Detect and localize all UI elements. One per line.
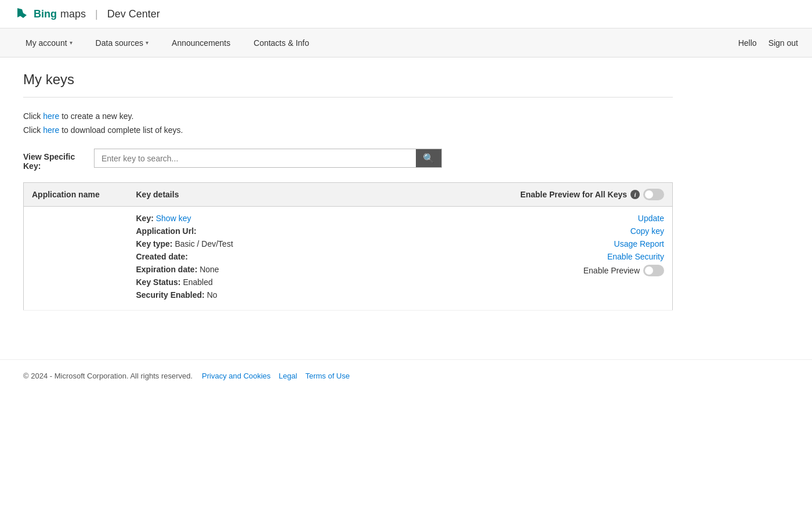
- key-details-cell: Key: Show key Application Url: Key type:…: [128, 207, 513, 311]
- footer-links: Privacy and Cookies Legal Terms of Use: [202, 372, 350, 380]
- info-section: Click here to create a new key. Click he…: [23, 111, 673, 135]
- create-key-link[interactable]: here: [43, 111, 59, 121]
- nav-data-sources[interactable]: Data sources ▾: [84, 30, 160, 56]
- logo-devcenter-text: Dev Center: [107, 8, 160, 20]
- logo-bing-text: Bing: [34, 8, 57, 20]
- copy-key-link[interactable]: Copy key: [630, 226, 664, 236]
- keys-table: Application name Key details Enable Prev…: [23, 182, 673, 311]
- logo-maps-text: maps: [60, 8, 86, 20]
- search-row: View SpecificKey: 🔍: [23, 149, 673, 171]
- app-url-row: Application Url:: [136, 226, 505, 236]
- logo-divider: |: [95, 8, 98, 20]
- footer: © 2024 - Microsoft Corporation. All righ…: [0, 359, 812, 392]
- table-header-row: Application name Key details Enable Prev…: [24, 183, 673, 207]
- footer-copyright: © 2024 - Microsoft Corporation. All righ…: [23, 372, 193, 380]
- table-row: Key: Show key Application Url: Key type:…: [24, 207, 673, 311]
- key-type-row: Key type: Basic / Dev/Test: [136, 239, 505, 248]
- info-icon[interactable]: i: [630, 190, 640, 199]
- security-enabled-row: Security Enabled: No: [136, 290, 505, 300]
- legal-link[interactable]: Legal: [279, 372, 298, 380]
- th-key-details: Key details: [128, 183, 513, 207]
- my-account-chevron-icon: ▾: [70, 39, 72, 46]
- privacy-cookies-link[interactable]: Privacy and Cookies: [202, 372, 271, 380]
- app-name-cell: [24, 207, 128, 311]
- search-input-wrap: 🔍: [94, 149, 442, 168]
- search-icon: 🔍: [423, 153, 434, 164]
- update-link[interactable]: Update: [638, 214, 664, 223]
- nav-bar: My account ▾ Data sources ▾ Announcement…: [0, 28, 812, 57]
- th-app-name: Application name: [24, 183, 128, 207]
- enable-preview-toggle[interactable]: [643, 265, 664, 276]
- title-divider: [23, 97, 673, 98]
- usage-report-link[interactable]: Usage Report: [614, 239, 664, 248]
- nav-my-account[interactable]: My account ▾: [14, 30, 84, 56]
- terms-of-use-link[interactable]: Terms of Use: [305, 372, 350, 380]
- bing-logo-icon: [14, 6, 30, 22]
- nav-contacts-info[interactable]: Contacts & Info: [242, 30, 321, 56]
- actions-cell: Update Copy key Usage Report Enable Secu…: [512, 207, 672, 311]
- show-key-link[interactable]: Show key: [156, 214, 191, 223]
- th-enable-preview: Enable Preview for All Keys i: [512, 183, 672, 207]
- actions-column: Update Copy key Usage Report Enable Secu…: [520, 214, 664, 276]
- enable-preview-all-toggle[interactable]: [643, 189, 664, 200]
- nav-links: My account ▾ Data sources ▾ Announcement…: [14, 30, 738, 56]
- search-input[interactable]: [95, 150, 416, 167]
- enable-preview-slider: [643, 265, 664, 276]
- logo[interactable]: Bing maps | Dev Center: [14, 6, 160, 22]
- toggle-slider: [643, 189, 664, 200]
- create-key-text: Click here to create a new key.: [23, 111, 673, 121]
- th-preview-wrap: Enable Preview for All Keys i: [520, 189, 664, 200]
- data-sources-chevron-icon: ▾: [146, 39, 148, 46]
- expiration-date-row: Expiration date: None: [136, 265, 505, 274]
- search-button[interactable]: 🔍: [416, 149, 441, 167]
- key-row: Key: Show key: [136, 214, 505, 223]
- nav-hello: Hello: [738, 38, 757, 48]
- page-title: My keys: [23, 71, 673, 88]
- download-keys-link[interactable]: here: [43, 125, 59, 135]
- enable-preview-wrap: Enable Preview: [583, 265, 664, 276]
- nav-announcements[interactable]: Announcements: [160, 30, 242, 56]
- top-bar: Bing maps | Dev Center: [0, 0, 812, 28]
- created-date-row: Created date:: [136, 252, 505, 261]
- nav-sign-out[interactable]: Sign out: [768, 38, 798, 48]
- view-specific-key-label: View SpecificKey:: [23, 149, 87, 171]
- main-content: My keys Click here to create a new key. …: [0, 57, 696, 325]
- nav-right: Hello Sign out: [738, 38, 798, 48]
- download-keys-text: Click here to download complete list of …: [23, 125, 673, 135]
- enable-security-link[interactable]: Enable Security: [607, 252, 664, 261]
- key-status-row: Key Status: Enabled: [136, 277, 505, 287]
